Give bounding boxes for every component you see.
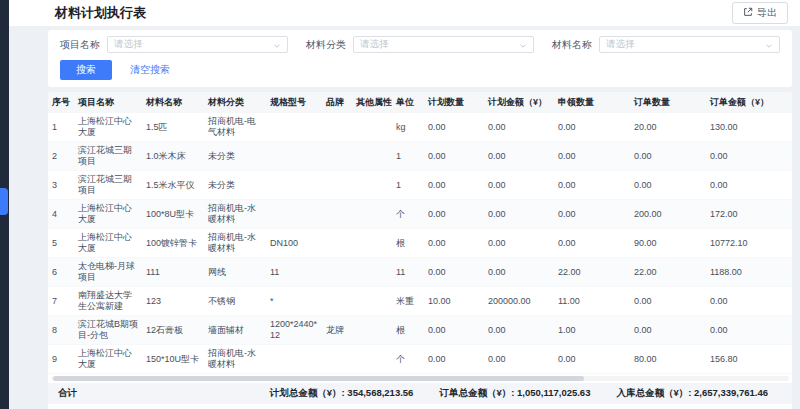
table-cell: 0.00 <box>554 113 630 142</box>
table-cell: 0.00 <box>484 142 554 171</box>
table-row: 3滨江花城三期项目1.5米水平仪未分类10.000.000.000.000.00 <box>48 171 792 200</box>
table-cell: 根 <box>392 229 424 258</box>
table-cell: 5 <box>48 229 74 258</box>
table-cell: 150*10U型卡 <box>142 345 204 374</box>
table-cell: 上海松江中心大厦 <box>74 200 142 229</box>
table-cell: 0.00 <box>706 316 792 345</box>
table-cell: 1200*2440*12 <box>266 316 322 345</box>
table-cell: 200000.00 <box>484 287 554 316</box>
table-cell: 0.00 <box>706 287 792 316</box>
table-cell <box>352 258 392 287</box>
table-cell: 招商机电-水暖材料 <box>204 200 266 229</box>
table-cell: 11 <box>266 258 322 287</box>
material-name-select[interactable]: 请选择 <box>599 36 780 53</box>
material-name-placeholder: 请选择 <box>606 38 635 51</box>
chevron-down-icon <box>765 36 773 54</box>
planned-total-amount: 计划总金额（¥）: 354,568,213.56 <box>270 387 414 400</box>
export-label: 导出 <box>757 6 777 20</box>
table-cell: 80.00 <box>630 345 706 374</box>
table-cell: 90.00 <box>630 229 706 258</box>
horizontal-scrollbar[interactable] <box>51 376 789 381</box>
table-cell: 龙牌 <box>322 316 352 345</box>
filter-field-project: 项目名称 请选择 <box>60 36 288 53</box>
table-cell: 0.00 <box>424 113 484 142</box>
table-cell: 1.5米水平仪 <box>142 171 204 200</box>
table-cell: 0.00 <box>484 258 554 287</box>
table-cell: 1.0米木床 <box>142 142 204 171</box>
filter-field-material-name: 材料名称 请选择 <box>552 36 780 53</box>
collapsed-sidebar <box>0 0 9 409</box>
table-cell <box>266 345 322 374</box>
table-cell: 111 <box>142 258 204 287</box>
table-cell: 3 <box>48 171 74 200</box>
summary-row: 合计 计划总金额（¥）: 354,568,213.56 订单总金额（¥）: 1,… <box>48 383 792 404</box>
table-cell: 0.00 <box>630 171 706 200</box>
table-cell: * <box>266 287 322 316</box>
table-cell: 1 <box>392 142 424 171</box>
table-cell <box>322 287 352 316</box>
export-button[interactable]: 导出 <box>732 2 788 24</box>
table-cell <box>352 142 392 171</box>
table-cell: 0.00 <box>484 229 554 258</box>
column-header: 计划数量 <box>424 92 484 113</box>
table-cell: 0.00 <box>424 200 484 229</box>
column-header: 订单数量 <box>630 92 706 113</box>
table-cell: 0.00 <box>484 345 554 374</box>
inbound-total-amount: 入库总金额（¥）: 2,657,339,761.46 <box>616 387 768 400</box>
table-cell: 0.00 <box>554 345 630 374</box>
table-cell: 200.00 <box>630 200 706 229</box>
column-header: 订单金额（¥） <box>706 92 792 113</box>
table-cell: 招商机电-电气材料 <box>204 113 266 142</box>
table-cell: 太仓电梯-月球项目 <box>74 258 142 287</box>
table-cell: 11 <box>392 258 424 287</box>
table-cell: 0.00 <box>630 142 706 171</box>
table-cell: 0.00 <box>484 200 554 229</box>
project-name-label: 项目名称 <box>60 38 100 52</box>
table-cell: 未分类 <box>204 142 266 171</box>
material-plan-table-card: 序号项目名称材料名称材料分类规格型号品牌其他属性单位计划数量计划金额（¥）申领数… <box>48 92 792 409</box>
table-cell: 滨江花城B期项目-分包 <box>74 316 142 345</box>
table-cell: 22.00 <box>630 258 706 287</box>
chevron-down-icon <box>519 36 527 54</box>
table-cell: 1.00 <box>554 316 630 345</box>
table-cell: kg <box>392 113 424 142</box>
table-cell <box>266 142 322 171</box>
column-header: 品牌 <box>322 92 352 113</box>
table-cell: 0.00 <box>484 316 554 345</box>
table-cell: 0.00 <box>424 142 484 171</box>
horizontal-scrollbar-thumb[interactable] <box>53 376 584 381</box>
table-header-row: 序号项目名称材料名称材料分类规格型号品牌其他属性单位计划数量计划金额（¥）申领数… <box>48 92 792 113</box>
table-cell <box>352 229 392 258</box>
table-cell: 0.00 <box>630 287 706 316</box>
table-cell: 0.00 <box>706 171 792 200</box>
column-header: 规格型号 <box>266 92 322 113</box>
table-cell: 0.00 <box>554 200 630 229</box>
clear-search-button[interactable]: 清空搜索 <box>130 63 170 77</box>
search-button[interactable]: 搜索 <box>60 60 112 80</box>
material-plan-table: 序号项目名称材料名称材料分类规格型号品牌其他属性单位计划数量计划金额（¥）申领数… <box>48 92 792 374</box>
table-cell: 0.00 <box>424 316 484 345</box>
column-header: 材料名称 <box>142 92 204 113</box>
table-cell: 20.00 <box>630 113 706 142</box>
table-cell: 0.00 <box>424 258 484 287</box>
project-name-select[interactable]: 请选择 <box>107 36 288 53</box>
project-select-placeholder: 请选择 <box>114 38 143 51</box>
summary-items: 计划总金额（¥）: 354,568,213.56 订单总金额（¥）: 1,050… <box>270 387 768 400</box>
table-cell: 0.00 <box>424 345 484 374</box>
table-cell <box>322 171 352 200</box>
table-cell <box>352 287 392 316</box>
table-cell: DN100 <box>266 229 322 258</box>
table-cell: 0.00 <box>554 229 630 258</box>
table-cell: 100*8U型卡 <box>142 200 204 229</box>
filter-actions: 搜索 清空搜索 <box>60 60 780 80</box>
sidebar-expand-handle[interactable] <box>0 188 8 215</box>
material-category-select[interactable]: 请选择 <box>353 36 534 53</box>
table-cell <box>322 345 352 374</box>
table-cell: 上海松江中心大厦 <box>74 229 142 258</box>
table-cell: 墙面辅材 <box>204 316 266 345</box>
summary-total-label: 合计 <box>58 387 77 400</box>
table-row: 4上海松江中心大厦100*8U型卡招商机电-水暖材料个0.000.000.002… <box>48 200 792 229</box>
column-header: 材料分类 <box>204 92 266 113</box>
table-cell <box>322 258 352 287</box>
table-cell: 0.00 <box>484 171 554 200</box>
